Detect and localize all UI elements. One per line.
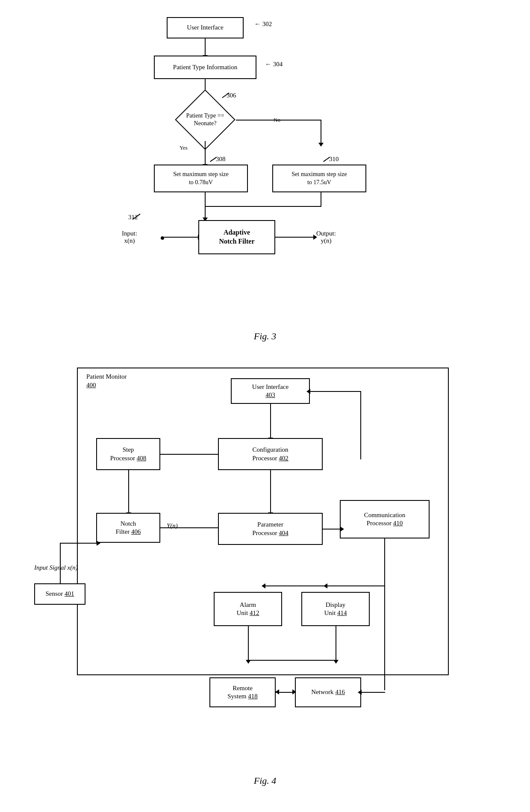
fig3-diagram: User Interface ← 302 Patient Type Inform… [21,9,509,342]
yn-label: Y(n) [167,522,178,530]
display-unit-box: DisplayUnit 414 [301,592,370,626]
arrow-ui403-down [270,404,271,438]
line-310-down [321,192,321,206]
ref-302: ← 302 [254,21,272,28]
remote-system-box: RemoteSystem 418 [209,677,276,707]
ref-310: 310 [329,156,339,163]
patient-monitor-ref: 400 [86,382,96,388]
output-label: Output:y(n) [316,230,336,244]
config-processor-label: ConfigurationProcessor 402 [252,446,289,462]
line-commproc-to-ui [360,391,361,459]
fig4-caption: Fig. 4 [254,775,277,786]
arrow-config-to-param [270,470,271,513]
arrow-diamond-neonate [205,141,206,165]
line-diamond-right [236,120,321,121]
line-is-down [60,571,61,583]
ref-304: ← 304 [265,61,283,68]
user-interface-box-fig3: User Interface [167,17,244,38]
arrow-step-to-notch [128,470,129,513]
network-label: Network 416 [311,688,345,697]
input-label: Input:x(n) [122,230,137,244]
config-processor-box: ConfigurationProcessor 402 [218,438,323,470]
adaptive-notch-filter-box: AdaptiveNotch Filter [198,220,275,254]
step-processor-label: StepProcessor 408 [110,446,147,462]
diamond-text: Patient Type ==Neonate? [182,112,229,127]
network-box: Network 416 [295,677,361,707]
arrow-alarm-to-net [248,626,249,660]
set-max-neonate-box: Set maximum step sizeto 0.78uV [154,165,248,192]
set-max-other-box: Set maximum step sizeto 17.5uV [272,165,366,192]
arrow-right-branch-down [321,120,321,143]
input-dot [161,236,164,240]
line-comm-bottom-h [265,585,385,586]
page: User Interface ← 302 Patient Type Inform… [0,0,530,812]
patient-monitor-label: Patient Monitor400 [86,373,127,389]
fig4-diagram: Patient Monitor400 User Interface403 Con… [21,355,509,791]
fig3-caption: Fig. 3 [254,331,277,342]
ref-312: 312 [128,214,138,221]
user-interface-label-fig3: User Interface [187,24,223,32]
ref-308: 308 [216,156,226,163]
communication-processor-box: CommunicationProcessor 410 [340,500,430,538]
sensor-box: Sensor 401 [34,583,85,605]
step-processor-box: StepProcessor 408 [96,438,160,470]
parameter-processor-label: ParameterProcessor 404 [252,521,289,537]
input-signal-label: Input Signal x(n) [34,564,78,571]
parameter-processor-box: ParameterProcessor 404 [218,513,323,545]
remote-system-label: RemoteSystem 418 [227,684,257,701]
arrow-filter-to-output [275,237,314,238]
line-310-join [205,206,321,207]
adaptive-notch-filter-label: AdaptiveNotch Filter [219,228,254,246]
sensor-label: Sensor 401 [45,590,74,598]
line-comm-to-net-ext [384,538,385,690]
set-max-other-label: Set maximum step sizeto 17.5uV [292,171,347,186]
notch-filter-box: NotchFilter 406 [96,513,160,543]
user-interface-403-box: User Interface403 [231,378,310,404]
arrow-ui-to-pti [205,38,206,56]
arrow-comm-to-network [361,692,385,693]
communication-processor-label: CommunicationProcessor 410 [364,511,406,528]
patient-type-info-label: Patient Type Information [173,63,237,72]
arrow-input-to-filter [164,237,198,238]
notch-filter-label: NotchFilter 406 [116,520,141,536]
ui-403-label: User Interface403 [252,383,289,400]
arrow-display-to-net [336,626,336,660]
alarm-unit-label: AlarmUnit 412 [237,601,259,618]
line-down-to-net [248,660,336,661]
arrow-308-down [205,192,206,218]
diamond-shape: Patient Type ==Neonate? [174,98,236,141]
yes-label: Yes [180,144,188,151]
display-unit-label: DisplayUnit 414 [324,601,347,618]
arrow-param-to-comm [323,529,341,530]
arrow-sensor-to-notch [60,543,97,544]
arrow-into-ui403 [310,391,361,392]
alarm-unit-box: AlarmUnit 412 [214,592,282,626]
set-max-neonate-label: Set maximum step sizeto 0.78uV [173,171,228,186]
patient-type-info-box: Patient Type Information [154,56,256,79]
